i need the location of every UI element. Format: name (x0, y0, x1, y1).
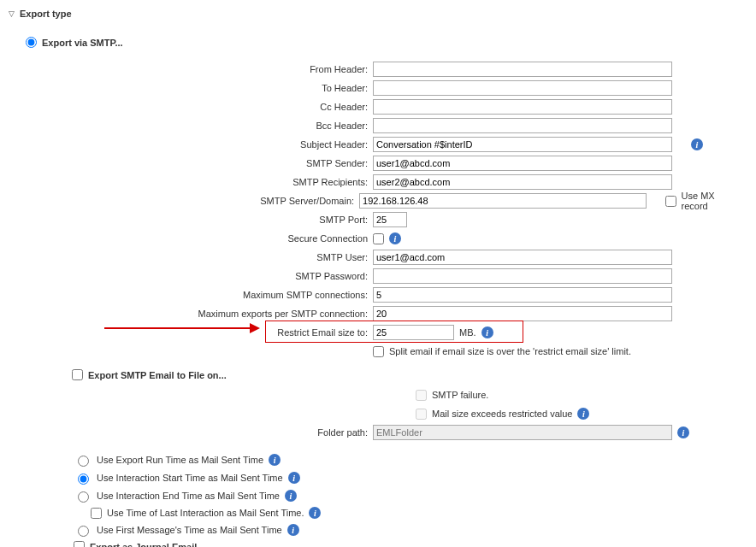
subject-header-label: Subject Header: (26, 139, 373, 150)
info-icon[interactable]: i (269, 454, 281, 466)
export-via-smtp-radio-row[interactable]: Export via SMTP... (26, 37, 741, 48)
smtp-sender-input[interactable] (373, 156, 672, 171)
export-via-smtp-radio[interactable] (26, 37, 37, 48)
max-exports-input[interactable] (373, 306, 672, 321)
info-icon[interactable]: i (285, 490, 297, 502)
use-mx-checkbox[interactable] (665, 196, 676, 207)
smtp-failure-label: SMTP failure. (432, 390, 488, 400)
use-mx-label: Use MX record (682, 191, 741, 211)
smtp-recipients-label: SMTP Recipients: (26, 177, 373, 187)
info-icon[interactable]: i (288, 472, 300, 484)
end-time-radio[interactable] (78, 491, 89, 503)
smtp-server-label: SMTP Server/Domain: (26, 196, 359, 206)
info-icon[interactable]: i (309, 507, 321, 519)
to-header-input[interactable] (373, 80, 672, 96)
info-icon[interactable]: i (691, 138, 703, 150)
first-msg-radio[interactable] (78, 526, 89, 537)
smtp-user-input[interactable] (373, 250, 672, 265)
export-to-file-row[interactable]: Export SMTP Email to File on... (72, 369, 741, 380)
folder-path-input[interactable] (373, 425, 672, 440)
chevron-down-icon: ▽ (9, 9, 15, 18)
smtp-sender-label: SMTP Sender: (26, 158, 373, 168)
restrict-size-unit: MB. (459, 327, 476, 338)
run-time-radio[interactable] (78, 456, 89, 467)
info-icon[interactable]: i (287, 524, 299, 536)
end-time-label: Use Interaction End Time as Mail Sent Ti… (97, 491, 280, 501)
first-msg-radio-row[interactable]: Use First Message's Time as Mail Sent Ti… (74, 523, 741, 537)
last-interaction-row[interactable]: Use Time of Last Interaction as Mail Sen… (91, 507, 741, 519)
last-interaction-label: Use Time of Last Interaction as Mail Sen… (107, 508, 304, 518)
info-icon[interactable]: i (481, 326, 493, 338)
section-header[interactable]: ▽ Export type (0, 5, 756, 23)
start-time-radio[interactable] (78, 473, 89, 485)
bcc-header-label: Bcc Header: (26, 121, 373, 131)
smtp-password-label: SMTP Password: (26, 271, 373, 281)
split-email-checkbox[interactable] (373, 346, 384, 357)
smtp-port-input[interactable] (373, 212, 407, 227)
split-email-label: Split email if email size is over the 'r… (389, 346, 631, 356)
smtp-recipients-input[interactable] (373, 174, 672, 190)
smtp-failure-checkbox[interactable] (416, 390, 427, 401)
subject-header-input[interactable] (373, 137, 672, 152)
smtp-user-label: SMTP User: (26, 252, 373, 262)
last-interaction-checkbox[interactable] (91, 508, 102, 519)
export-via-smtp-label: Export via SMTP... (42, 38, 123, 48)
run-time-radio-row[interactable]: Use Export Run Time as Mail Sent Time i (74, 453, 741, 467)
cc-header-label: Cc Header: (26, 102, 373, 112)
to-header-label: To Header: (26, 83, 373, 93)
cc-header-input[interactable] (373, 99, 672, 115)
max-conn-label: Maximum SMTP connections: (26, 290, 373, 300)
export-to-file-checkbox[interactable] (72, 369, 83, 380)
smtp-port-label: SMTP Port: (26, 215, 373, 225)
journal-row[interactable]: Export as Journal Email (74, 541, 741, 547)
folder-path-label: Folder path: (26, 427, 373, 438)
from-header-input[interactable] (373, 62, 672, 77)
info-icon[interactable]: i (389, 232, 401, 244)
arrow-annotation (104, 323, 260, 333)
run-time-label: Use Export Run Time as Mail Sent Time (97, 455, 263, 465)
mail-exceeds-checkbox[interactable] (416, 409, 427, 420)
info-icon[interactable]: i (577, 408, 589, 420)
from-header-label: From Header: (26, 64, 373, 74)
secure-connection-checkbox[interactable] (373, 233, 384, 244)
restrict-size-input[interactable] (373, 325, 454, 340)
mail-exceeds-label: Mail size exceeds restricted value (432, 409, 572, 419)
journal-checkbox[interactable] (74, 541, 85, 547)
max-exports-label: Maximum exports per SMTP connection: (26, 309, 373, 319)
end-time-radio-row[interactable]: Use Interaction End Time as Mail Sent Ti… (74, 489, 741, 503)
section-title: Export type (20, 9, 72, 19)
info-icon[interactable]: i (677, 426, 689, 438)
smtp-server-input[interactable] (359, 193, 646, 209)
export-to-file-label: Export SMTP Email to File on... (88, 370, 227, 380)
start-time-radio-row[interactable]: Use Interaction Start Time as Mail Sent … (74, 471, 741, 485)
journal-label: Export as Journal Email (90, 542, 197, 548)
start-time-label: Use Interaction Start Time as Mail Sent … (97, 473, 283, 483)
smtp-password-input[interactable] (373, 268, 672, 284)
max-conn-input[interactable] (373, 287, 672, 303)
bcc-header-input[interactable] (373, 118, 672, 133)
first-msg-label: Use First Message's Time as Mail Sent Ti… (97, 525, 282, 535)
secure-connection-label: Secure Connection (26, 233, 373, 244)
